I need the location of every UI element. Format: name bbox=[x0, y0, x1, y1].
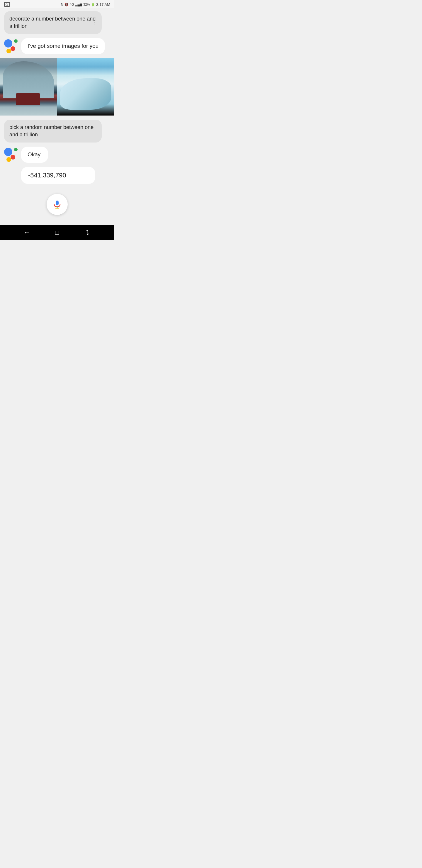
status-bar: N 🔇 4G ▂▄▆ 32% 🔋 3:17 AM bbox=[0, 0, 114, 8]
assistant-bubble-1: I've got some images for you bbox=[21, 38, 105, 54]
chat-area: decorate a number between one and a tril… bbox=[0, 8, 114, 225]
mute-icon: 🔇 bbox=[64, 3, 69, 6]
assistant-message-2-text: Okay. bbox=[28, 151, 42, 157]
number-result-text: -541,339,790 bbox=[28, 172, 66, 179]
nav-back-button[interactable] bbox=[21, 226, 33, 239]
dot-yellow bbox=[6, 49, 11, 53]
assistant-bubble-2: Okay. bbox=[21, 147, 48, 163]
time: 3:17 AM bbox=[96, 2, 110, 7]
assistant-row-2: Okay. bbox=[4, 147, 110, 163]
navigation-bar bbox=[0, 225, 114, 240]
dot-red-2 bbox=[10, 155, 15, 159]
dot-blue bbox=[4, 39, 12, 48]
image-thumb-iceberg-boat[interactable] bbox=[0, 58, 57, 116]
image-strip[interactable] bbox=[0, 58, 114, 116]
iceberg-boat-image bbox=[0, 58, 57, 116]
status-right: N 🔇 4G ▂▄▆ 32% 🔋 3:17 AM bbox=[61, 2, 110, 7]
google-assistant-logo bbox=[4, 39, 18, 53]
nav-recent-button[interactable] bbox=[81, 226, 94, 239]
nfc-icon: N bbox=[61, 3, 63, 6]
mic-container bbox=[4, 188, 110, 222]
number-result-bubble: -541,339,790 bbox=[21, 167, 95, 184]
user-message-2: pick a random number between one and a t… bbox=[4, 120, 102, 143]
signal-bars: ▂▄▆ bbox=[75, 3, 82, 6]
dot-blue-2 bbox=[4, 148, 12, 156]
mic-button[interactable] bbox=[46, 194, 68, 215]
assistant-row-1: I've got some images for you bbox=[4, 38, 110, 54]
status-left bbox=[4, 2, 10, 7]
battery-icon: 🔋 bbox=[91, 3, 95, 6]
user-message-1-text: decorate a number between one and a tril… bbox=[9, 16, 96, 29]
nav-home-button[interactable] bbox=[51, 226, 64, 239]
dot-green bbox=[14, 39, 18, 43]
dot-red bbox=[10, 46, 15, 51]
dot-green-2 bbox=[14, 148, 18, 151]
assistant-message-1-text: I've got some images for you bbox=[28, 43, 98, 49]
photo-icon bbox=[4, 2, 10, 7]
user-message-2-text: pick a random number between one and a t… bbox=[9, 124, 94, 137]
iceberg-aerial-image bbox=[57, 58, 114, 116]
network-icon: 4G bbox=[70, 3, 74, 6]
image-thumb-iceberg-aerial[interactable] bbox=[57, 58, 114, 116]
svg-rect-0 bbox=[56, 200, 59, 205]
user-message-1: decorate a number between one and a tril… bbox=[4, 11, 102, 34]
mic-icon bbox=[53, 200, 62, 209]
dot-yellow-2 bbox=[6, 157, 11, 162]
more-options-icon[interactable]: ⋮ bbox=[92, 19, 98, 27]
battery-percent: 32% bbox=[83, 3, 90, 6]
google-assistant-logo-2 bbox=[4, 148, 18, 162]
